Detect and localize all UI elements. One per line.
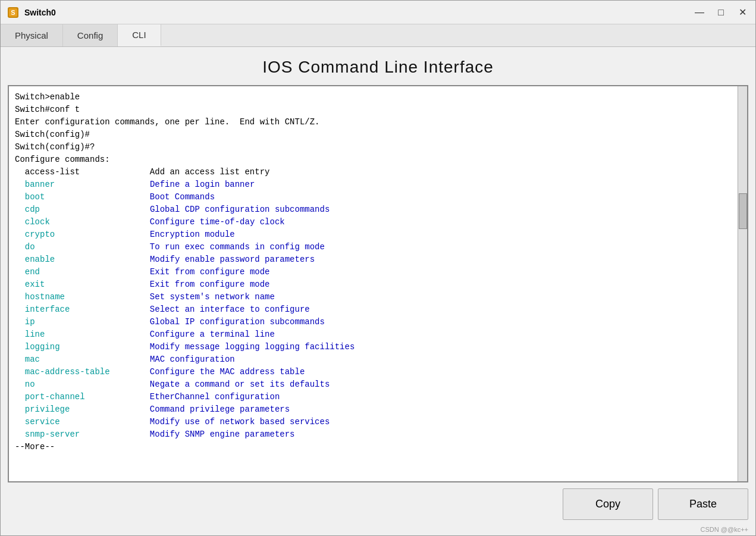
copy-button[interactable]: Copy [563,488,653,520]
app-icon: S [7,6,20,19]
title-bar: S Switch0 — □ ✕ [1,1,755,24]
minimize-button[interactable]: — [692,5,707,20]
main-window: S Switch0 — □ ✕ Physical Config CLI IOS … [0,0,756,536]
paste-button[interactable]: Paste [658,488,748,520]
cli-container: Switch>enable Switch#conf t Enter config… [8,85,748,482]
cli-scrollbar[interactable] [738,86,747,481]
maximize-button[interactable]: □ [714,5,728,20]
tab-cli[interactable]: CLI [118,24,161,46]
tab-bar: Physical Config CLI [1,24,755,47]
window-title: Switch0 [24,8,692,17]
page-title: IOS Command Line Interface [1,47,755,85]
scrollbar-thumb[interactable] [739,193,747,229]
svg-text:S: S [11,9,15,16]
tab-physical[interactable]: Physical [1,24,63,46]
window-controls: — □ ✕ [692,5,749,20]
bottom-bar: Copy Paste [1,482,755,526]
watermark: CSDN @@kc++ [1,526,755,535]
cli-output[interactable]: Switch>enable Switch#conf t Enter config… [9,86,738,481]
close-button[interactable]: ✕ [735,5,749,20]
tab-config[interactable]: Config [63,24,118,46]
cli-text: Switch>enable Switch#conf t Enter config… [15,92,355,452]
